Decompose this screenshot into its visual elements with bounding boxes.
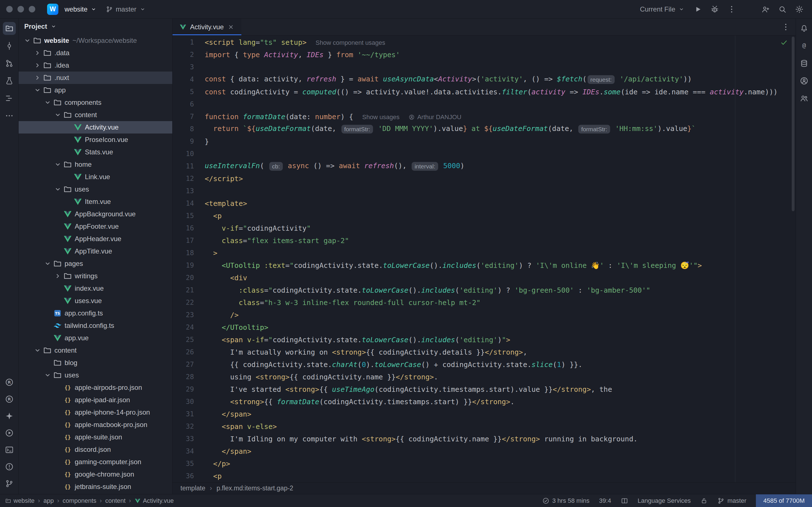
code-line[interactable]: 7function formatDate(date: number) {Show… xyxy=(172,110,796,123)
profile-button[interactable] xyxy=(798,74,811,87)
editor-options-button[interactable] xyxy=(779,20,792,34)
branch-widget[interactable]: master xyxy=(103,5,148,13)
minimize-window-button[interactable] xyxy=(17,6,24,12)
code-line[interactable]: 27 {{ codingActivity.state.charAt(0).toL… xyxy=(172,358,796,371)
inspections-ok-button[interactable] xyxy=(780,38,788,47)
code-line[interactable]: 33 I'm Idling on my computer with <stron… xyxy=(172,433,796,445)
code-line[interactable]: 14<template> xyxy=(172,197,796,210)
code-line[interactable]: 35 </p> xyxy=(172,457,796,470)
project-widget[interactable]: website xyxy=(62,5,100,13)
tree-item-home[interactable]: home xyxy=(18,158,172,171)
commit-button[interactable] xyxy=(3,40,16,52)
tree-item--idea[interactable]: .idea xyxy=(18,59,172,71)
terminal-button[interactable] xyxy=(3,443,16,456)
tree-item--nuxt[interactable]: .nuxt xyxy=(18,71,172,84)
settings-button[interactable] xyxy=(793,3,806,16)
project-panel-title[interactable]: Project xyxy=(24,22,47,31)
run-button[interactable] xyxy=(3,427,16,439)
tree-item-proseicon-vue[interactable]: ProseIcon.vue xyxy=(18,133,172,146)
status-split-view[interactable] xyxy=(621,494,628,507)
tree-item-app-vue[interactable]: app.vue xyxy=(18,332,172,344)
r-plugin-2-button[interactable]: R xyxy=(3,393,16,406)
tree-item-appfooter-vue[interactable]: AppFooter.vue xyxy=(18,220,172,233)
code-line[interactable]: 5const codingActivity = computed(() => a… xyxy=(172,86,796,98)
mentions-button[interactable]: @ xyxy=(798,40,811,52)
tree-item--data[interactable]: .data xyxy=(18,47,172,59)
tree-item-components[interactable]: components xyxy=(18,96,172,109)
tab-activity-vue[interactable]: Activity.vue xyxy=(172,18,241,35)
tree-item-google-chrome-json[interactable]: {}google-chrome.json xyxy=(18,468,172,481)
code-line[interactable]: 11useIntervalFn( cb: async () => await r… xyxy=(172,160,796,172)
problems-button[interactable] xyxy=(3,460,16,473)
status-memory-indicator[interactable]: 4585 of 7700M xyxy=(756,494,812,507)
editor-scrollbar[interactable] xyxy=(791,36,795,482)
collaboration-button[interactable] xyxy=(798,92,811,105)
structure-button[interactable] xyxy=(3,92,16,105)
tree-item-apptitle-vue[interactable]: AppTitle.vue xyxy=(18,245,172,258)
close-tab-icon[interactable] xyxy=(227,23,235,31)
code-line[interactable]: 2import { type Activity, IDEs } from '~~… xyxy=(172,48,796,61)
code-line[interactable]: 4const { data: activity, refresh } = awa… xyxy=(172,73,796,86)
tests-button[interactable] xyxy=(3,74,16,87)
notifications-button[interactable] xyxy=(798,22,811,35)
tree-item-app-config-ts[interactable]: TSapp.config.ts xyxy=(18,307,172,320)
status-breadcrumb-activity-vue[interactable]: Activity.vue xyxy=(135,497,174,504)
code-line[interactable]: 17 class="flex items-start gap-2" xyxy=(172,234,796,247)
breadcrumb-item[interactable]: p.flex.md:items-start.gap-2 xyxy=(216,485,293,492)
tree-item-tailwind-config-ts[interactable]: tailwind.config.ts xyxy=(18,320,172,332)
code-line[interactable]: 8 return `${useDateFormat(date, formatSt… xyxy=(172,123,796,135)
code-line[interactable]: 25 <span v-if="codingActivity.state.toLo… xyxy=(172,334,796,346)
git-branch-button[interactable] xyxy=(3,477,16,490)
r-plugin-button[interactable]: R xyxy=(3,376,16,389)
debug-button[interactable] xyxy=(708,3,721,16)
code-line[interactable]: 13 xyxy=(172,185,796,197)
code-line[interactable]: 9} xyxy=(172,135,796,148)
status-breadcrumb-website[interactable]: website xyxy=(5,497,35,504)
code-line[interactable]: 3 xyxy=(172,61,796,73)
status-breadcrumb-content[interactable]: content xyxy=(105,497,125,504)
tree-item-item-vue[interactable]: Item.vue xyxy=(18,195,172,208)
status-breadcrumb-app[interactable]: app xyxy=(43,497,54,504)
tree-item-blog[interactable]: blog xyxy=(18,356,172,369)
tree-item-appheader-vue[interactable]: AppHeader.vue xyxy=(18,233,172,245)
code-vision-author[interactable]: Arthur DANJOU xyxy=(409,114,461,121)
code-with-me-button[interactable] xyxy=(759,3,772,16)
code-line[interactable]: 29 I've started <strong>{{ useTimeAgo(co… xyxy=(172,383,796,395)
code-line[interactable]: 6 xyxy=(172,98,796,110)
project-button[interactable] xyxy=(3,22,16,35)
tree-item-apple-ipad-air-json[interactable]: {}apple-ipad-air.json xyxy=(18,394,172,406)
tree-item-uses[interactable]: uses xyxy=(18,369,172,381)
code-line[interactable]: 26 I'm actually working on <strong>{{ co… xyxy=(172,346,796,358)
tree-item-app[interactable]: app xyxy=(18,84,172,96)
tree-item-writings[interactable]: writings xyxy=(18,270,172,282)
tree-item-stats-vue[interactable]: Stats.vue xyxy=(18,146,172,158)
code-vision-link[interactable]: Show usages xyxy=(362,114,400,121)
code-line[interactable]: 22 class="h-3 w-3 inline-flex rounded-fu… xyxy=(172,296,796,309)
more-actions-button[interactable] xyxy=(725,3,738,16)
inlay-hint[interactable]: request: xyxy=(588,75,615,84)
status-caret-position[interactable]: 39:4 xyxy=(599,494,611,507)
tree-item-activity-vue[interactable]: Activity.vue xyxy=(18,121,172,133)
tree-item-uses-vue[interactable]: uses.vue xyxy=(18,295,172,307)
zoom-window-button[interactable] xyxy=(29,6,35,12)
status-breadcrumb-components[interactable]: components xyxy=(63,497,96,504)
code-line[interactable]: 21 :class="codingActivity.state.toLowerC… xyxy=(172,284,796,296)
inlay-hint[interactable]: formatStr: xyxy=(342,125,373,133)
breadcrumb-item[interactable]: template xyxy=(181,485,205,492)
more-button[interactable] xyxy=(3,109,16,122)
tree-item-apple-airpods-pro-json[interactable]: {}apple-airpods-pro.json xyxy=(18,381,172,394)
tree-item-apple-iphone-14-pro-json[interactable]: {}apple-iphone-14-pro.json xyxy=(18,406,172,418)
code-line[interactable]: 36 <p xyxy=(172,470,796,482)
code-line[interactable]: 20 <div xyxy=(172,272,796,284)
tree-item-website[interactable]: website~/Workspace/website xyxy=(18,34,172,47)
status-coding-time[interactable]: 3 hrs 58 mins xyxy=(542,494,590,507)
status-language-services[interactable]: Language Services xyxy=(638,494,691,507)
pull-requests-button[interactable] xyxy=(3,57,16,70)
database-button[interactable] xyxy=(798,57,811,70)
inlay-hint[interactable]: formatStr: xyxy=(578,125,610,133)
tree-item-content[interactable]: content xyxy=(18,109,172,121)
chevron-down-icon[interactable] xyxy=(50,23,57,30)
status-write-access[interactable] xyxy=(700,494,708,507)
scrollbar-thumb[interactable] xyxy=(792,37,795,211)
code-line[interactable]: 24 </UTooltip> xyxy=(172,321,796,334)
